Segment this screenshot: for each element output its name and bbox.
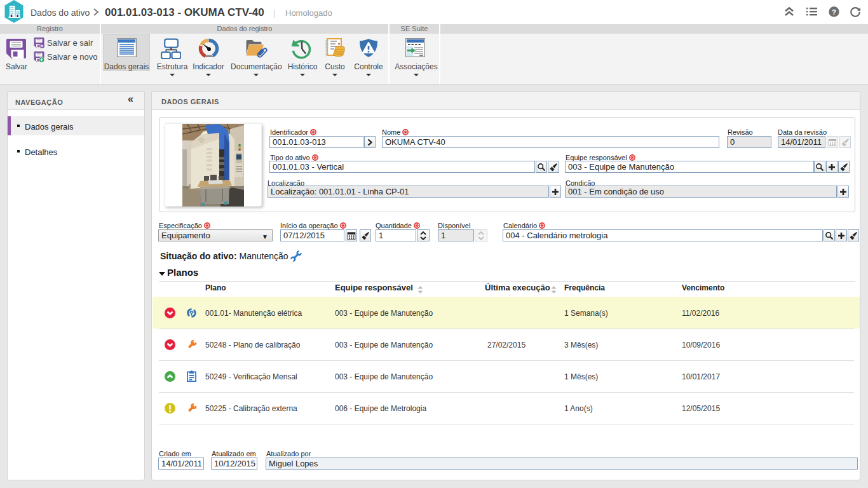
svg-text:?: ?: [832, 8, 836, 16]
